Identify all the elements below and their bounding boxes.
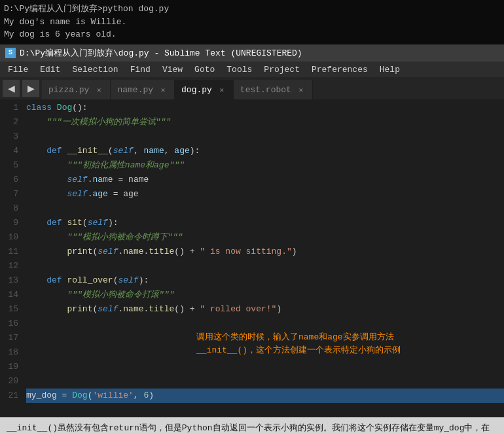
tab-pizza[interactable]: pizza.py ✕ [42, 80, 111, 99]
app-icon: S [5, 48, 16, 58]
terminal-line-1: D:\Py编程从入门到放弃>python dog.py [4, 3, 500, 16]
menubar: File Edit Selection Find View Goto Tools… [0, 61, 504, 77]
code-line-13: def roll_over(self): [26, 273, 504, 288]
code-line-4: def __init__(self, name, age): [26, 144, 504, 158]
line-numbers: 12345 678910 1112131415 1617181920 21 [0, 99, 24, 417]
code-line-2: """一次模拟小狗的简单尝试""" [26, 115, 504, 130]
code-line-3 [26, 130, 504, 144]
titlebar: S D:\Py编程从入门到放弃\dog.py - Sublime Text (U… [0, 44, 504, 61]
menu-project[interactable]: Project [259, 63, 305, 76]
tab-name-label: name.py [117, 85, 153, 95]
code-line-5: """初始化属性name和age""" [26, 158, 504, 173]
code-line-12 [26, 259, 504, 273]
window-title: D:\Py编程从入门到放弃\dog.py - Sublime Text (UNR… [20, 47, 302, 59]
tab-name[interactable]: name.py ✕ [111, 80, 175, 99]
code-line-18: my_dog = Dog('willie', 6) [26, 389, 504, 403]
tab-dog[interactable]: dog.py ✕ [175, 80, 234, 99]
bottom-annotation-text: __init__()虽然没有包含return语句，但是Python自动返回一个表… [7, 423, 490, 433]
tab-testrobot-close[interactable]: ✕ [297, 85, 306, 94]
menu-goto[interactable]: Goto [189, 63, 220, 76]
terminal-line-3: My dog is 6 years old. [4, 28, 500, 41]
menu-edit[interactable]: Edit [35, 63, 65, 76]
tab-testrobot-label: test.robot [240, 85, 291, 95]
code-line-16 [26, 317, 504, 331]
tab-pizza-label: pizza.py [48, 85, 89, 95]
tab-scroll-right[interactable]: ▶ [22, 80, 39, 97]
annotation-right: 调用这个类的时候，输入了name和age实参调用方法__init__()，这个方… [196, 331, 458, 357]
code-line-11: print(self.name.title() + " is now sitti… [26, 245, 504, 259]
code-line-14: """模拟小狗被命令打滚""" [26, 288, 504, 302]
code-line-6: self.name = name [26, 173, 504, 187]
code-editor[interactable]: class Dog(): """一次模拟小狗的简单尝试""" def __ini… [24, 99, 504, 417]
code-line-8 [26, 201, 504, 216]
tabbar: ◀ ▶ pizza.py ✕ name.py ✕ dog.py ✕ test.r… [0, 77, 504, 99]
editor: 12345 678910 1112131415 1617181920 21 cl… [0, 99, 504, 417]
menu-file[interactable]: File [3, 63, 33, 76]
menu-preferences[interactable]: Preferences [306, 63, 373, 76]
code-line-17: 调用这个类的时候，输入了name和age实参调用方法__init__()，这个方… [26, 331, 504, 389]
menu-selection[interactable]: Selection [67, 63, 123, 76]
tab-dog-close[interactable]: ✕ [217, 85, 226, 94]
tab-pizza-close[interactable]: ✕ [94, 85, 103, 94]
code-line-9: def sit(self): [26, 216, 504, 230]
menu-view[interactable]: View [157, 63, 188, 76]
terminal-line-2: My dog's name is Willie. [4, 16, 500, 29]
code-line-19 [26, 403, 504, 417]
tab-dog-label: dog.py [181, 85, 212, 95]
menu-find[interactable]: Find [125, 63, 156, 76]
terminal-output: D:\Py编程从入门到放弃>python dog.py My dog's nam… [0, 0, 504, 44]
code-line-15: print(self.name.title() + " rolled over!… [26, 302, 504, 317]
code-line-1: class Dog(): [26, 101, 504, 115]
tab-scroll-left[interactable]: ◀ [3, 80, 20, 97]
tab-name-close[interactable]: ✕ [158, 85, 168, 94]
menu-help[interactable]: Help [374, 63, 405, 76]
bottom-annotation: __init__()虽然没有包含return语句，但是Python自动返回一个表… [0, 417, 504, 433]
code-line-10: """模拟小狗被命令时蹲下""" [26, 230, 504, 245]
code-line-7: self.age = age [26, 187, 504, 201]
menu-tools[interactable]: Tools [221, 63, 257, 76]
tab-testrobot[interactable]: test.robot ✕ [234, 80, 313, 99]
